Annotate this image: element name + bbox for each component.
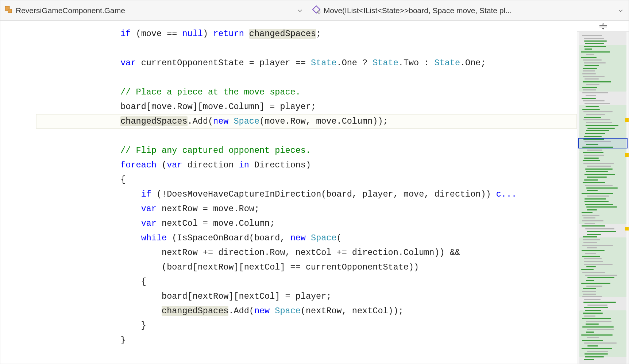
navigation-bar: ReversiGameComponent.Game Move(IList<ILi… bbox=[0, 0, 629, 21]
code-line[interactable]: (board[nextRow][nextCol] == currentOppon… bbox=[59, 260, 574, 275]
method-icon bbox=[312, 5, 321, 16]
code-line[interactable]: { bbox=[59, 275, 574, 289]
code-line[interactable]: if (move == null) return changedSpaces; bbox=[59, 27, 574, 41]
code-line[interactable]: board[nextRow][nextCol] = player; bbox=[59, 289, 574, 304]
dropdown-icon[interactable] bbox=[296, 8, 304, 13]
code-line[interactable]: changedSpaces.Add(new Space(move.Row, mo… bbox=[36, 114, 577, 129]
code-line[interactable]: // Flip any captured opponent pieces. bbox=[59, 143, 574, 158]
code-line[interactable]: { bbox=[59, 173, 574, 187]
member-navigator[interactable]: Move(IList<IList<State>>board, Space mov… bbox=[308, 0, 629, 20]
overview-mark[interactable] bbox=[625, 153, 629, 157]
svg-rect-1 bbox=[8, 9, 12, 13]
type-navigator-label: ReversiGameComponent.Game bbox=[16, 6, 293, 15]
code-line[interactable]: while (IsSpaceOnBoard(board, new Space( bbox=[59, 231, 574, 245]
code-line[interactable] bbox=[59, 70, 574, 85]
type-navigator[interactable]: ReversiGameComponent.Game bbox=[0, 0, 308, 20]
gutter[interactable] bbox=[0, 21, 36, 364]
editor-body: if (move == null) return changedSpaces; … bbox=[0, 21, 629, 364]
class-icon bbox=[4, 5, 13, 16]
code-line[interactable] bbox=[59, 41, 574, 56]
code-line[interactable]: } bbox=[59, 318, 574, 333]
code-line[interactable]: } bbox=[59, 333, 574, 348]
code-line[interactable]: changedSpaces.Add(new Space(nextRow, nex… bbox=[59, 304, 574, 318]
overview-ruler[interactable] bbox=[577, 21, 629, 364]
code-text[interactable]: if (move == null) return changedSpaces; … bbox=[36, 21, 577, 353]
overview-mark[interactable] bbox=[625, 118, 629, 122]
code-line[interactable]: var nextCol = move.Column; bbox=[59, 216, 574, 231]
minimap-region bbox=[579, 310, 626, 357]
code-area[interactable]: if (move == null) return changedSpaces; … bbox=[36, 21, 577, 364]
code-line[interactable]: if (!DoesMoveHaveCaptureInDirection(boar… bbox=[59, 187, 574, 202]
member-navigator-label: Move(IList<IList<State>>board, Space mov… bbox=[324, 6, 613, 15]
dropdown-icon[interactable] bbox=[616, 8, 625, 13]
code-line[interactable]: board[move.Row][move.Column] = player; bbox=[59, 100, 574, 114]
code-line[interactable] bbox=[59, 129, 574, 143]
code-line[interactable]: nextRow += direction.Row, nextCol += dir… bbox=[59, 245, 574, 260]
code-editor: ReversiGameComponent.Game Move(IList<ILi… bbox=[0, 0, 629, 364]
overview-mark[interactable] bbox=[625, 227, 629, 231]
code-line[interactable]: foreach (var direction in Directions) bbox=[59, 158, 574, 173]
minimap-viewport[interactable] bbox=[578, 138, 628, 148]
code-line[interactable]: var nextRow = move.Row; bbox=[59, 202, 574, 216]
minimap-region bbox=[579, 357, 626, 364]
code-line[interactable]: // Place a piece at the move space. bbox=[59, 85, 574, 100]
code-line[interactable]: var currentOpponentState = player == Sta… bbox=[59, 56, 574, 70]
split-handle-icon[interactable] bbox=[577, 21, 629, 32]
svg-rect-4 bbox=[318, 11, 319, 12]
minimap[interactable] bbox=[577, 32, 629, 364]
